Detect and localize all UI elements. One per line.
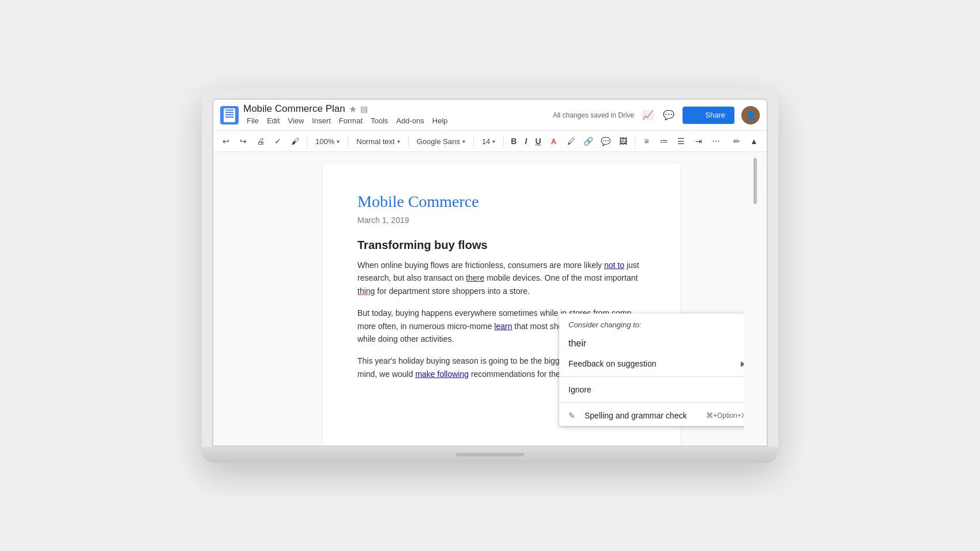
document-main-title: Mobile Commerce: [357, 193, 646, 211]
divider1: [307, 135, 307, 147]
analytics-icon[interactable]: 📈: [641, 108, 655, 122]
font-arrow: ▾: [462, 138, 465, 145]
bullet-list-button[interactable]: ☰: [673, 133, 689, 149]
context-menu: Consider changing to: their Feedback on …: [559, 314, 744, 426]
menu-items: File Edit View Insert Format Tools Add-o…: [243, 115, 451, 127]
menu-bar: File Edit View Insert Format Tools Add-o…: [243, 115, 451, 127]
textstyle-arrow: ▾: [397, 138, 400, 145]
menu-format[interactable]: Format: [336, 115, 366, 127]
divider3: [408, 135, 409, 147]
document-area: Mobile Commerce March 1, 2019 Transformi…: [213, 152, 767, 446]
sidebar-right: [744, 152, 767, 446]
suggestion-their[interactable]: their: [559, 334, 744, 353]
comment-button[interactable]: 💬: [598, 133, 614, 149]
textcolor-button[interactable]: A: [546, 133, 562, 149]
laptop-screen: Mobile Commerce Plan ★ ▤ File Edit View …: [212, 99, 768, 447]
spellcheck-icon: ✎: [568, 411, 575, 420]
menu-addons[interactable]: Add-ons: [393, 115, 427, 127]
share-button[interactable]: 👤 Share: [683, 107, 734, 124]
gdocs-logo-icon: [220, 106, 239, 124]
text-style-dropdown[interactable]: Normal text ▾: [352, 135, 404, 148]
fontsize-dropdown[interactable]: 14 ▾: [477, 135, 500, 148]
fontsize-arrow: ▾: [492, 138, 495, 145]
link-not-to[interactable]: not to: [604, 261, 624, 270]
header-title-group: Mobile Commerce Plan ★ ▤ File Edit View …: [243, 103, 451, 127]
document-title[interactable]: Mobile Commerce Plan: [243, 103, 345, 115]
star-icon[interactable]: ★: [349, 104, 357, 115]
font-dropdown[interactable]: Google Sans ▾: [412, 135, 470, 148]
spellcheck-button[interactable]: ✓: [270, 133, 286, 149]
zoom-dropdown[interactable]: 100% ▾: [311, 135, 344, 148]
menu-tools[interactable]: Tools: [367, 115, 391, 127]
menu-file[interactable]: File: [243, 115, 262, 127]
context-menu-header: Consider changing to:: [559, 314, 744, 334]
feedback-on-suggestion[interactable]: Feedback on suggestion ▶: [559, 353, 744, 374]
document-page: Mobile Commerce March 1, 2019 Transformi…: [323, 164, 680, 446]
document-heading1: Transforming buy flows: [357, 239, 646, 252]
numbered-list-button[interactable]: ≔: [656, 133, 672, 149]
indent-button[interactable]: ⇥: [691, 133, 707, 149]
print-button[interactable]: 🖨: [252, 133, 269, 149]
menu-insert[interactable]: Insert: [308, 115, 334, 127]
divider5: [503, 135, 504, 147]
paragraph1: When online buying flows are frictionles…: [357, 259, 646, 297]
spell-grammar-check[interactable]: ✎ Spelling and grammar check ⌘+Option+X: [559, 405, 744, 426]
paintformat-button[interactable]: 🖌: [287, 133, 303, 149]
menu-edit[interactable]: Edit: [263, 115, 283, 127]
link-button[interactable]: 🔗: [581, 133, 597, 149]
spell-check-shortcut: ⌘+Option+X: [706, 412, 744, 420]
menu-view[interactable]: View: [284, 115, 307, 127]
document-page-scroll[interactable]: Mobile Commerce March 1, 2019 Transformi…: [259, 152, 744, 446]
saved-status: All changes saved in Drive: [553, 111, 634, 119]
highlight-thing: thing: [357, 286, 375, 296]
ignore-suggestion[interactable]: Ignore: [559, 379, 744, 400]
underline-there: there: [466, 273, 484, 282]
italic-button[interactable]: I: [521, 134, 530, 148]
undo-button[interactable]: ↩: [218, 133, 234, 149]
align-button[interactable]: ≡: [639, 133, 655, 149]
header-right: All changes saved in Drive 📈 💬 👤 Share 👤: [553, 106, 760, 124]
divider6: [635, 135, 635, 147]
zoom-arrow: ▾: [337, 138, 340, 145]
more-button[interactable]: ⋯: [708, 133, 724, 149]
underline-button[interactable]: U: [532, 134, 544, 148]
link-learn[interactable]: learn: [494, 322, 512, 331]
edit-mode-button[interactable]: ✏: [729, 133, 745, 149]
divider2: [348, 135, 348, 147]
gdocs-app: Mobile Commerce Plan ★ ▤ File Edit View …: [213, 100, 767, 446]
sidebar-left: [213, 152, 259, 446]
toolbar: ↩ ↪ 🖨 ✓ 🖌 100% ▾ Normal text ▾ Google Sa…: [213, 131, 767, 152]
link-make-following[interactable]: make following: [415, 369, 469, 379]
user-avatar[interactable]: 👤: [741, 106, 760, 124]
share-icon: 👤: [692, 111, 702, 120]
app-header: Mobile Commerce Plan ★ ▤ File Edit View …: [213, 100, 767, 131]
scrollbar[interactable]: [753, 158, 757, 204]
highlight-button[interactable]: 🖊: [563, 133, 579, 149]
laptop: Mobile Commerce Plan ★ ▤ File Edit View …: [202, 88, 778, 463]
document-date: March 1, 2019: [357, 216, 646, 225]
folder-icon[interactable]: ▤: [360, 104, 368, 114]
redo-button[interactable]: ↪: [235, 133, 251, 149]
comments-icon[interactable]: 💬: [662, 108, 676, 122]
bold-button[interactable]: B: [507, 134, 520, 148]
menu-divider1: [559, 376, 744, 377]
menu-divider2: [559, 402, 744, 403]
menu-help[interactable]: Help: [429, 115, 451, 127]
collapse-toolbar-button[interactable]: ▲: [746, 133, 762, 149]
laptop-base: [202, 447, 778, 463]
divider4: [473, 135, 474, 147]
feedback-arrow: ▶: [741, 360, 744, 368]
toolbar-right: ✏ ▲: [729, 133, 762, 149]
image-button[interactable]: 🖼: [615, 133, 631, 149]
